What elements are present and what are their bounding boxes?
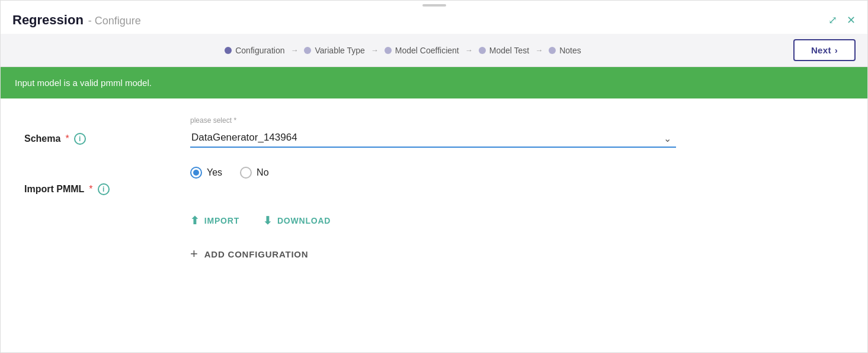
step-variable-type[interactable]: Variable Type xyxy=(304,46,364,55)
arrow-1: → xyxy=(290,46,298,55)
schema-label: Schema xyxy=(24,133,60,144)
schema-form-row: Schema * i please select * DataGenerator… xyxy=(24,116,844,148)
step-dot-model-test xyxy=(479,47,486,54)
step-dot-variable-type xyxy=(304,47,311,54)
plus-icon: + xyxy=(190,246,198,262)
schema-select-wrapper: DataGenerator_143964 ⌄ xyxy=(190,128,676,148)
radio-label-yes: Yes xyxy=(207,167,222,178)
import-icon: ⬆ xyxy=(190,214,200,227)
main-window: Regression - Configure ⤢ ✕ Configuration… xyxy=(0,0,868,353)
download-label: DOWNLOAD xyxy=(277,216,331,225)
import-pmml-label-col: Import PMML * i xyxy=(24,167,190,195)
close-button[interactable]: ✕ xyxy=(847,14,856,27)
step-dot-configuration xyxy=(225,47,232,54)
title-left: Regression - Configure xyxy=(12,12,141,28)
stepper-bar: Configuration → Variable Type → Model Co… xyxy=(1,34,867,67)
page-subtitle: - Configure xyxy=(88,15,141,27)
import-download-row: ⬆ IMPORT ⬇ DOWNLOAD xyxy=(24,214,844,227)
import-label: IMPORT xyxy=(204,216,239,225)
step-dot-notes xyxy=(549,47,556,54)
download-icon: ⬇ xyxy=(263,214,273,227)
import-button[interactable]: ⬆ IMPORT xyxy=(190,214,239,227)
add-configuration-row: + ADD CONFIGURATION xyxy=(24,246,844,262)
main-content: Schema * i please select * DataGenerator… xyxy=(1,98,867,352)
radio-option-yes[interactable]: Yes xyxy=(190,167,222,179)
shrink-icon: ⤢ xyxy=(828,14,837,27)
add-configuration-label: ADD CONFIGURATION xyxy=(204,249,309,259)
step-label-variable-type: Variable Type xyxy=(315,46,364,55)
schema-info-icon[interactable]: i xyxy=(74,133,86,145)
schema-required-star: * xyxy=(65,133,69,144)
step-configuration[interactable]: Configuration xyxy=(225,46,284,55)
arrow-4: → xyxy=(535,46,543,55)
step-label-notes: Notes xyxy=(559,46,581,55)
add-configuration-button[interactable]: + ADD CONFIGURATION xyxy=(190,246,308,262)
step-label-configuration: Configuration xyxy=(235,46,284,55)
radio-circle-yes xyxy=(190,167,202,179)
import-pmml-field-col: Yes No xyxy=(190,167,844,179)
close-icon: ✕ xyxy=(847,14,856,27)
next-button[interactable]: Next › xyxy=(793,39,856,61)
app-title: Regression xyxy=(12,12,84,28)
step-dot-model-coefficient xyxy=(385,47,392,54)
drag-handle-bar xyxy=(422,4,446,7)
schema-field-col: please select * DataGenerator_143964 ⌄ xyxy=(190,116,844,148)
step-model-test[interactable]: Model Test xyxy=(479,46,529,55)
download-button[interactable]: ⬇ DOWNLOAD xyxy=(263,214,331,227)
radio-inner-yes xyxy=(193,170,199,176)
import-pmml-label: Import PMML xyxy=(24,184,84,195)
arrow-3: → xyxy=(465,46,473,55)
import-pmml-form-row: Import PMML * i Yes No xyxy=(24,167,844,195)
stepper: Configuration → Variable Type → Model Co… xyxy=(12,46,793,55)
radio-circle-no xyxy=(240,167,252,179)
drag-handle[interactable] xyxy=(1,1,867,8)
import-pmml-info-icon[interactable]: i xyxy=(98,183,110,195)
step-notes[interactable]: Notes xyxy=(549,46,581,55)
import-pmml-required-star: * xyxy=(89,184,92,195)
radio-group-import-pmml: Yes No xyxy=(190,167,844,179)
arrow-2: → xyxy=(371,46,379,55)
radio-label-no: No xyxy=(257,167,268,178)
alert-message: Input model is a valid pmml model. xyxy=(15,78,152,88)
next-label: Next xyxy=(811,45,831,55)
radio-option-no[interactable]: No xyxy=(240,167,268,179)
schema-hint: please select * xyxy=(190,116,844,125)
step-label-model-coefficient: Model Coefficient xyxy=(395,46,459,55)
schema-select[interactable]: DataGenerator_143964 xyxy=(190,128,676,148)
next-chevron-icon: › xyxy=(835,45,838,55)
shrink-button[interactable]: ⤢ xyxy=(828,14,837,27)
alert-banner: Input model is a valid pmml model. xyxy=(1,67,867,98)
step-label-model-test: Model Test xyxy=(489,46,529,55)
title-actions: ⤢ ✕ xyxy=(828,14,856,27)
step-model-coefficient[interactable]: Model Coefficient xyxy=(385,46,459,55)
title-bar: Regression - Configure ⤢ ✕ xyxy=(1,8,867,34)
schema-label-col: Schema * i xyxy=(24,116,190,145)
